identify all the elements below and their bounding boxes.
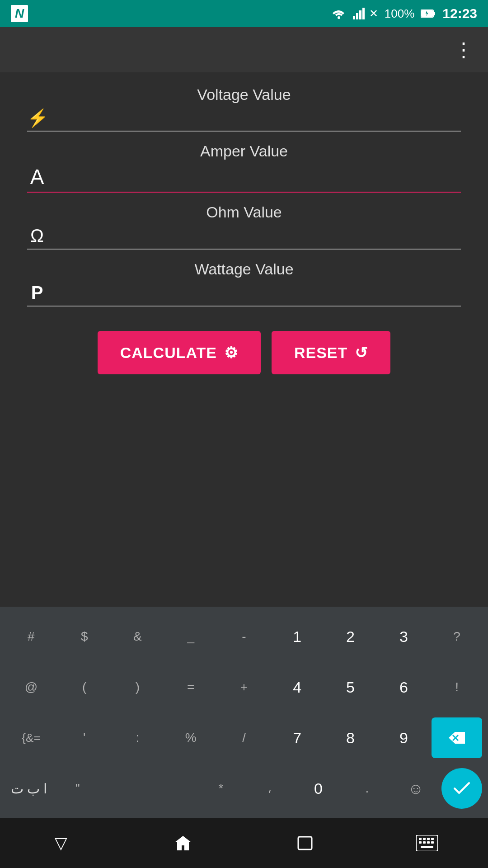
svg-rect-12 xyxy=(423,838,426,840)
svg-rect-13 xyxy=(427,838,430,840)
key-confirm[interactable] xyxy=(441,768,482,809)
confirm-icon xyxy=(453,781,471,796)
nav-keyboard-button[interactable] xyxy=(400,827,454,859)
signal-x: ✕ xyxy=(369,7,378,20)
wifi-icon xyxy=(331,8,347,19)
home-icon xyxy=(173,833,193,853)
ohm-field-group: Ohm Value Ω xyxy=(27,203,461,250)
key-quote[interactable]: " xyxy=(55,768,101,809)
svg-rect-1 xyxy=(353,16,355,19)
nav-recent-button[interactable] xyxy=(278,827,332,859)
ohm-label: Ohm Value xyxy=(27,203,461,221)
key-ampersand[interactable]: & xyxy=(113,616,163,657)
wattage-input[interactable] xyxy=(54,283,461,302)
keyboard-row-3: {&= ' : % / 7 8 9 xyxy=(0,712,488,763)
key-underscore[interactable]: _ xyxy=(165,616,216,657)
key-3[interactable]: 3 xyxy=(378,616,429,657)
ohm-icon: Ω xyxy=(27,226,47,246)
amper-input[interactable] xyxy=(54,167,461,186)
key-2[interactable]: 2 xyxy=(325,616,376,657)
calculate-label: CALCULATE xyxy=(120,344,217,362)
svg-rect-16 xyxy=(423,841,426,844)
svg-rect-17 xyxy=(427,841,430,844)
wattage-field-group: Wattage Value P xyxy=(27,260,461,307)
svg-rect-14 xyxy=(431,838,434,840)
bolt-icon: ⚡ xyxy=(27,108,48,128)
key-apostrophe[interactable]: ' xyxy=(59,717,110,758)
key-space[interactable] xyxy=(103,768,196,809)
key-period[interactable]: . xyxy=(344,768,390,809)
ohm-input-row[interactable]: Ω xyxy=(27,226,461,250)
calculate-button[interactable]: CALCULATE ⚙ xyxy=(98,331,261,374)
svg-rect-11 xyxy=(419,838,422,840)
status-right: ✕ 100% 12:23 xyxy=(331,6,477,21)
voltage-input-row[interactable]: ⚡ xyxy=(27,108,461,132)
key-minus[interactable]: - xyxy=(219,616,269,657)
app-bar: ⋮ xyxy=(0,27,488,72)
key-6[interactable]: 6 xyxy=(378,667,429,708)
key-7[interactable]: 7 xyxy=(272,717,323,758)
key-hash[interactable]: # xyxy=(6,616,56,657)
key-percent[interactable]: % xyxy=(165,717,216,758)
key-8[interactable]: 8 xyxy=(325,717,376,758)
key-0[interactable]: 0 xyxy=(296,768,342,809)
status-bar: N ✕ 100% 12:23 xyxy=(0,0,488,27)
recent-icon xyxy=(296,835,314,851)
battery-icon xyxy=(421,9,436,19)
main-content: Voltage Value ⚡ Amper Value A Ohm Value … xyxy=(0,72,488,607)
key-asterisk[interactable]: * xyxy=(198,768,244,809)
svg-rect-4 xyxy=(362,8,365,19)
key-question[interactable]: ? xyxy=(432,616,482,657)
calculate-gear-icon: ⚙ xyxy=(224,344,238,362)
key-plus[interactable]: + xyxy=(219,667,269,708)
key-backspace[interactable] xyxy=(432,717,482,758)
status-left: N xyxy=(11,5,28,22)
amper-field-group: Amper Value A xyxy=(27,142,461,193)
svg-rect-15 xyxy=(419,841,422,844)
keyboard-row-2: @ ( ) = + 4 5 6 ! xyxy=(0,662,488,712)
ohm-input[interactable] xyxy=(54,226,461,245)
key-braces[interactable]: {&= xyxy=(6,717,56,758)
voltage-input[interactable] xyxy=(56,108,461,127)
back-icon: ▽ xyxy=(55,834,67,853)
key-colon[interactable]: : xyxy=(113,717,163,758)
voltage-label: Voltage Value xyxy=(27,86,461,104)
svg-rect-2 xyxy=(356,13,358,19)
nav-bar: ▽ xyxy=(0,818,488,868)
key-4[interactable]: 4 xyxy=(272,667,323,708)
keyboard-row-1: # $ & _ - 1 2 3 ? xyxy=(0,611,488,662)
key-rparen[interactable]: ) xyxy=(113,667,163,708)
amper-label: Amper Value xyxy=(27,142,461,160)
key-slash[interactable]: / xyxy=(219,717,269,758)
key-1[interactable]: 1 xyxy=(272,616,323,657)
svg-rect-18 xyxy=(431,841,434,844)
nav-home-button[interactable] xyxy=(156,827,210,859)
key-5[interactable]: 5 xyxy=(325,667,376,708)
status-time: 12:23 xyxy=(442,6,477,21)
key-exclaim[interactable]: ! xyxy=(432,667,482,708)
more-menu-button[interactable]: ⋮ xyxy=(454,40,474,60)
reset-button[interactable]: RESET ↺ xyxy=(272,331,390,374)
voltage-field-group: Voltage Value ⚡ xyxy=(27,86,461,132)
key-dollar[interactable]: $ xyxy=(59,616,110,657)
key-arabic[interactable]: ا ب ت xyxy=(6,768,52,809)
svg-rect-9 xyxy=(298,837,312,849)
wattage-input-row[interactable]: P xyxy=(27,283,461,307)
key-lparen[interactable]: ( xyxy=(59,667,110,708)
key-arabic-comma[interactable]: ، xyxy=(247,768,293,809)
key-equals[interactable]: = xyxy=(165,667,216,708)
key-at[interactable]: @ xyxy=(6,667,56,708)
app-logo: N xyxy=(11,5,28,22)
watt-icon: P xyxy=(27,283,47,303)
nav-back-button[interactable]: ▽ xyxy=(34,827,88,859)
reset-arrow-icon: ↺ xyxy=(355,344,368,362)
backspace-icon xyxy=(449,732,465,744)
amper-input-row[interactable]: A xyxy=(27,165,461,193)
signal-icon xyxy=(353,8,366,19)
keyboard: # $ & _ - 1 2 3 ? @ ( ) = + 4 5 6 ! {&= … xyxy=(0,607,488,818)
action-buttons: CALCULATE ⚙ RESET ↺ xyxy=(27,331,461,374)
svg-rect-7 xyxy=(433,12,435,15)
key-emoji[interactable]: ☺ xyxy=(393,768,439,809)
key-9[interactable]: 9 xyxy=(378,717,429,758)
wattage-label: Wattage Value xyxy=(27,260,461,278)
